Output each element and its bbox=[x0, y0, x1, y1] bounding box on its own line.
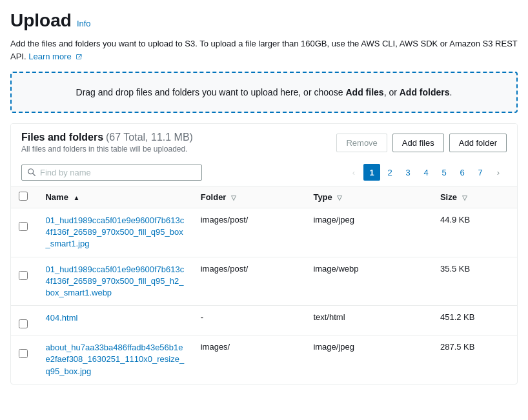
pagination-page-2[interactable]: 2 bbox=[381, 164, 398, 181]
files-actions: Remove Add files Add folder bbox=[336, 134, 507, 152]
page-subtitle: Info bbox=[77, 19, 91, 28]
row-type-3: image/jpeg bbox=[305, 335, 432, 384]
col-header-name[interactable]: Name ▲ bbox=[37, 186, 192, 208]
toolbar-row: ‹ 1 2 3 4 5 6 7 › bbox=[11, 159, 517, 186]
row-type-0: image/jpeg bbox=[305, 208, 432, 257]
row-checkbox-cell bbox=[11, 335, 37, 384]
description-text: Add the files and folders you want to up… bbox=[10, 39, 518, 61]
row-size-3: 287.5 KB bbox=[432, 335, 517, 384]
pagination-prev[interactable]: ‹ bbox=[345, 164, 362, 181]
pagination-page-6[interactable]: 6 bbox=[454, 164, 471, 181]
row-size-2: 451.2 KB bbox=[432, 306, 517, 335]
table-header-row: Name ▲ Folder ▽ Type ▽ Size ▽ bbox=[11, 186, 517, 208]
folder-sort-icon: ▽ bbox=[231, 194, 236, 201]
search-input[interactable] bbox=[40, 168, 196, 177]
description: Add the files and folders you want to up… bbox=[10, 37, 518, 63]
add-files-button[interactable]: Add files bbox=[392, 134, 444, 152]
filename-1[interactable]: 01_hud1989cca5f01e9e9600f7b613c4f136f_26… bbox=[45, 265, 184, 297]
col-header-type[interactable]: Type ▽ bbox=[305, 186, 432, 208]
row-checkbox-1[interactable] bbox=[19, 271, 28, 280]
row-checkbox-cell bbox=[11, 306, 37, 335]
pagination-page-3[interactable]: 3 bbox=[400, 164, 416, 181]
table-row: 01_hud1989cca5f01e9e9600f7b613c4f136f_26… bbox=[11, 208, 517, 257]
external-link-icon bbox=[75, 53, 83, 61]
row-folder-3: images/ bbox=[193, 335, 306, 384]
page-header: Upload Info bbox=[10, 10, 518, 31]
files-count: (67 Total, 11.1 MB) bbox=[106, 132, 193, 143]
pagination-next[interactable]: › bbox=[490, 164, 507, 181]
row-checkbox-2[interactable] bbox=[19, 319, 28, 328]
table-row: about_hu7aa33ba486ffadb43e56b1ee2faef308… bbox=[11, 335, 517, 384]
row-size-1: 35.5 KB bbox=[432, 257, 517, 306]
filename-3[interactable]: about_hu7aa33ba486ffadb43e56b1ee2faef308… bbox=[45, 343, 184, 375]
remove-button[interactable]: Remove bbox=[336, 134, 387, 152]
row-checkbox-cell bbox=[11, 208, 37, 257]
filename-2[interactable]: 404.html bbox=[45, 313, 77, 323]
dropzone-text-before: Drag and drop files and folders you want… bbox=[76, 87, 346, 97]
row-name-3: about_hu7aa33ba486ffadb43e56b1ee2faef308… bbox=[37, 335, 192, 384]
select-all-checkbox[interactable] bbox=[19, 192, 28, 201]
dropzone-text-middle: , or bbox=[384, 87, 400, 97]
svg-line-1 bbox=[33, 174, 36, 176]
row-type-2: text/html bbox=[305, 306, 432, 335]
type-sort-icon: ▽ bbox=[337, 194, 342, 201]
table-row: 404.html - text/html 451.2 KB bbox=[11, 306, 517, 335]
dropzone-add-files-label: Add files bbox=[346, 87, 384, 97]
row-folder-0: images/post/ bbox=[193, 208, 306, 257]
pagination-page-4[interactable]: 4 bbox=[418, 164, 434, 181]
files-title: Files and folders bbox=[21, 132, 103, 143]
row-name-0: 01_hud1989cca5f01e9e9600f7b613c4f136f_26… bbox=[37, 208, 192, 257]
search-wrapper bbox=[21, 165, 202, 181]
files-header: Files and folders (67 Total, 11.1 MB) Al… bbox=[11, 124, 517, 159]
pagination-page-5[interactable]: 5 bbox=[436, 164, 452, 181]
search-icon bbox=[27, 168, 36, 177]
row-name-1: 01_hud1989cca5f01e9e9600f7b613c4f136f_26… bbox=[37, 257, 192, 306]
files-subtitle: All files and folders in this table will… bbox=[21, 145, 193, 154]
row-folder-2: - bbox=[193, 306, 306, 335]
files-title-group: Files and folders (67 Total, 11.1 MB) Al… bbox=[21, 132, 193, 154]
dropzone-add-folders-label: Add folders bbox=[400, 87, 450, 97]
col-header-checkbox bbox=[11, 186, 37, 208]
pagination-page-7[interactable]: 7 bbox=[472, 164, 489, 181]
table-row: 01_hud1989cca5f01e9e9600f7b613c4f136f_26… bbox=[11, 257, 517, 306]
files-section: Files and folders (67 Total, 11.1 MB) Al… bbox=[10, 123, 518, 385]
row-checkbox-3[interactable] bbox=[19, 349, 28, 358]
size-sort-icon: ▽ bbox=[462, 194, 467, 201]
row-checkbox-0[interactable] bbox=[19, 222, 28, 231]
name-sort-icon: ▲ bbox=[74, 194, 80, 201]
files-table: Name ▲ Folder ▽ Type ▽ Size ▽ bbox=[11, 186, 517, 384]
row-folder-1: images/post/ bbox=[193, 257, 306, 306]
learn-more-link[interactable]: Learn more bbox=[28, 52, 83, 61]
row-size-0: 44.9 KB bbox=[432, 208, 517, 257]
col-header-size[interactable]: Size ▽ bbox=[432, 186, 517, 208]
files-title-row: Files and folders (67 Total, 11.1 MB) bbox=[21, 132, 193, 143]
filename-0[interactable]: 01_hud1989cca5f01e9e9600f7b613c4f136f_26… bbox=[45, 215, 184, 248]
col-header-folder[interactable]: Folder ▽ bbox=[193, 186, 306, 208]
add-folder-button[interactable]: Add folder bbox=[449, 134, 507, 152]
row-name-2: 404.html bbox=[37, 306, 192, 335]
pagination-page-1[interactable]: 1 bbox=[363, 164, 380, 181]
dropzone-text-after: . bbox=[450, 87, 452, 97]
page-title: Upload bbox=[10, 10, 72, 31]
row-checkbox-cell bbox=[11, 257, 37, 306]
pagination: ‹ 1 2 3 4 5 6 7 › bbox=[345, 164, 507, 181]
row-type-1: image/webp bbox=[305, 257, 432, 306]
drop-zone[interactable]: Drag and drop files and folders you want… bbox=[10, 72, 518, 113]
